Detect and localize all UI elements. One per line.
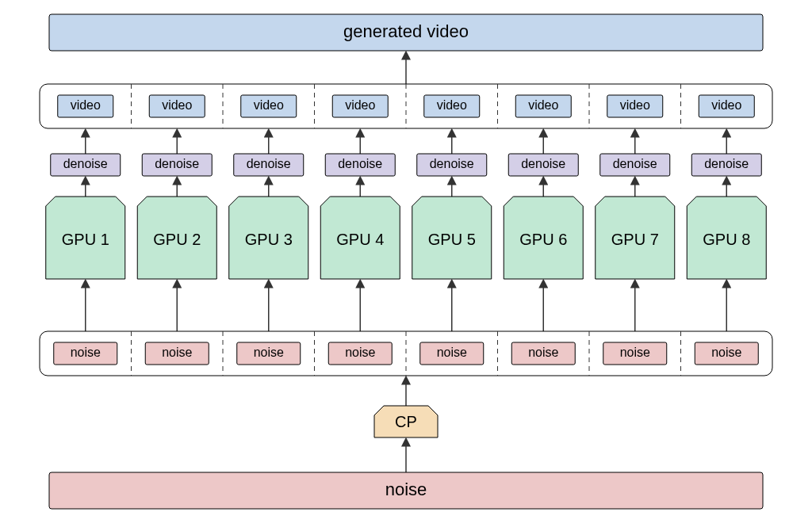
cp-box: CP bbox=[374, 406, 438, 437]
bottom-noise-label: noise bbox=[385, 479, 427, 499]
video-label: video bbox=[528, 98, 558, 112]
denoise-label: denoise bbox=[430, 157, 474, 170]
video-label: video bbox=[71, 98, 101, 112]
noise-label: noise bbox=[162, 346, 192, 359]
noise-label: noise bbox=[620, 346, 650, 359]
noise-label: noise bbox=[254, 346, 284, 359]
gpu-boxes: GPU 1GPU 2GPU 3GPU 4GPU 5GPU 6GPU 7GPU 8 bbox=[46, 197, 767, 279]
denoise-label: denoise bbox=[613, 157, 657, 170]
arrows-noise-to-gpu bbox=[86, 281, 727, 331]
gpu-label: GPU 3 bbox=[245, 231, 293, 248]
noise-separators bbox=[132, 331, 681, 376]
noise-label: noise bbox=[437, 346, 467, 359]
video-label: video bbox=[162, 98, 192, 112]
cp-label: CP bbox=[395, 413, 417, 430]
gpu-label: GPU 2 bbox=[153, 231, 201, 248]
video-label: video bbox=[254, 98, 284, 112]
gpu-label: GPU 1 bbox=[62, 231, 109, 248]
denoise-label: denoise bbox=[704, 157, 749, 170]
arrows-denoise-to-video bbox=[86, 130, 727, 154]
denoise-label: denoise bbox=[521, 157, 565, 170]
video-label: video bbox=[620, 98, 650, 112]
denoise-label: denoise bbox=[338, 157, 382, 170]
gpu-label: GPU 5 bbox=[428, 231, 476, 248]
gpu-label: GPU 7 bbox=[611, 231, 659, 248]
denoise-boxes: denoisedenoisedenoisedenoisedenoisedenoi… bbox=[51, 154, 762, 176]
denoise-label: denoise bbox=[247, 157, 291, 170]
video-label: video bbox=[711, 98, 741, 112]
gpu-label: GPU 8 bbox=[703, 231, 750, 248]
denoise-label: denoise bbox=[155, 157, 199, 170]
video-separators bbox=[132, 84, 681, 128]
noise-label: noise bbox=[71, 346, 101, 359]
video-label: video bbox=[345, 98, 375, 112]
noise-label: noise bbox=[711, 346, 741, 359]
gpu-label: GPU 6 bbox=[519, 231, 567, 248]
noise-label: noise bbox=[528, 346, 558, 359]
video-label: video bbox=[437, 98, 467, 112]
denoise-label: denoise bbox=[63, 157, 108, 170]
noise-label: noise bbox=[345, 346, 375, 359]
generated-video-label: generated video bbox=[343, 21, 469, 41]
diagram-root: generated video videovideovideovideovide… bbox=[0, 0, 812, 531]
gpu-label: GPU 4 bbox=[336, 231, 384, 248]
arrows-gpu-to-denoise bbox=[86, 178, 727, 197]
